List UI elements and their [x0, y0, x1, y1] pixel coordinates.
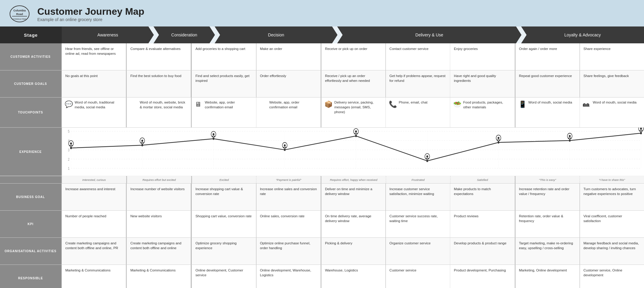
- touch-icon-4: 📦: [324, 100, 333, 109]
- svg-point-59: [640, 132, 642, 134]
- cell-r6-c2: Online development, Customer service: [191, 265, 256, 288]
- cell-r1-c2: Find and select products easily, get ins…: [191, 70, 256, 97]
- svg-point-51: [498, 141, 500, 144]
- cell-r4-c1: New website visitors: [126, 211, 191, 237]
- post-exp-rows: BUSINESS GOALIncrease awareness and inte…: [0, 184, 644, 288]
- cell-r5-c0: Create marketing campaigns and content b…: [62, 238, 126, 265]
- row-cells-5: Create marketing campaigns and content b…: [62, 238, 644, 265]
- cell-r4-c5: Customer service success rate, waiting t…: [386, 211, 450, 237]
- sentiment-row: Interested, curiousRequires effort but e…: [0, 176, 644, 183]
- experience-chart: 12345: [62, 128, 644, 176]
- cell-r6-c8: Customer service, Online development: [580, 265, 644, 288]
- touchpoints-cell-6: 🥗Food products, packages, other material…: [450, 98, 515, 127]
- row-cells-0: Hear from friends, see offline or online…: [62, 43, 644, 70]
- svg-point-31: [141, 144, 143, 146]
- sentiment-label-3: "Payment is painful": [256, 176, 321, 183]
- touchpoints-cell-1: Word of mouth, website, brick & mortar s…: [126, 98, 191, 127]
- sentiment-spacer: [0, 176, 62, 183]
- cell-r5-c6: Develop products & product range: [450, 238, 515, 265]
- cell-r4-c8: Viral coefficent, customer satisfaction: [580, 211, 644, 237]
- row-label-4: KPI: [0, 211, 62, 237]
- stage-header: Stage Awareness Consideration Decision D…: [0, 26, 644, 43]
- page-title: Customer Journey Map: [37, 6, 144, 17]
- cell-r5-c8: Manage feedback and social media, develo…: [580, 238, 644, 265]
- phase-decision: Decision: [215, 26, 337, 43]
- cell-r1-c7: Repeat good customer experience: [515, 70, 580, 97]
- cell-r0-c7: Order again / order more: [515, 43, 580, 70]
- experience-section: EXPERIENCE 12345 Interested, curiousRequ…: [0, 128, 644, 184]
- cell-r3-c3: Increase online sales and conversion rat…: [256, 184, 321, 210]
- sentiment-label-0: Interested, curious: [62, 176, 126, 183]
- cell-r3-c5: Increase customer service satisfaction, …: [386, 184, 450, 210]
- header: Columbia Road CONSULTING Customer Journe…: [0, 0, 644, 26]
- row-3: BUSINESS GOALIncrease awareness and inte…: [0, 184, 644, 211]
- experience-row: EXPERIENCE 12345 Interested, curiousRequ…: [0, 128, 644, 184]
- cell-r4-c6: Product reviews: [450, 211, 515, 237]
- touch-icon-0: 💬: [65, 100, 73, 109]
- touchpoints-cells: 💬Word of mouth, traditional media, socia…: [62, 98, 644, 127]
- cell-r3-c2: Increase shopping cart value & conversio…: [191, 184, 256, 210]
- svg-point-30: [141, 140, 143, 142]
- cell-r0-c5: Contact customer service: [386, 43, 450, 70]
- sentiment-label-4: Requires effort, happy when received: [321, 176, 386, 183]
- row-cells-1: No goals at this pointFind the best solu…: [62, 70, 644, 97]
- stage-label: Stage: [0, 26, 62, 43]
- content-rows: CUSTOMER ACTIVITIESHear from friends, se…: [0, 43, 644, 128]
- touch-icon-8: 🏘: [583, 100, 591, 109]
- svg-point-38: [284, 144, 286, 146]
- svg-point-46: [426, 155, 428, 157]
- svg-point-58: [640, 128, 642, 130]
- cell-r0-c2: Add groceries to a shopping cart: [191, 43, 256, 70]
- cell-r6-c6: Product development, Purchasing: [450, 265, 515, 288]
- cell-r3-c7: Increase retention rate and order value …: [515, 184, 580, 210]
- cell-r6-c7: Marketing, Online development: [515, 265, 580, 288]
- sentiment-label-5: Frustrated: [386, 176, 450, 183]
- stage-phases: Awareness Consideration Decision Deliver…: [62, 26, 644, 43]
- cell-r4-c2: Shopping cart value, conversion rate: [191, 211, 256, 237]
- row-touchpoints: TOUCHPOINTS💬Word of mouth, traditional m…: [0, 98, 644, 128]
- cell-r5-c5: Organize customer service: [386, 238, 450, 265]
- row-6: RESPONSIBLEMarketing & CommunicationsMar…: [0, 265, 644, 288]
- row-label-6: RESPONSIBLE: [0, 265, 62, 288]
- row-cells-6: Marketing & CommunicationsMarketing & Co…: [62, 265, 644, 288]
- row-label-1: CUSTOMER GOALS: [0, 70, 62, 97]
- cell-r6-c5: Customer service: [386, 265, 450, 288]
- row-label-touchpoints: TOUCHPOINTS: [0, 98, 62, 127]
- svg-point-39: [284, 149, 286, 151]
- touch-icon-5: 📞: [389, 100, 397, 109]
- sentiment-label-1: Requires effort but excited: [126, 176, 191, 183]
- page-subtitle: Example of an online grocery store: [37, 17, 144, 22]
- row-4: KPINumber of people reachedNew website v…: [0, 211, 644, 238]
- svg-point-47: [426, 160, 428, 162]
- row-label-3: BUSINESS GOAL: [0, 184, 62, 210]
- cell-r1-c4: Receive / pick up an order effortlessly …: [321, 70, 386, 97]
- experience-label: EXPERIENCE: [0, 128, 62, 176]
- cell-r0-c6: Enjoy groceries: [450, 43, 515, 70]
- cell-r3-c1: Increase number of website visitors: [126, 184, 191, 210]
- svg-text:CONSULTING: CONSULTING: [13, 18, 26, 20]
- phase-awareness: Awareness: [62, 26, 154, 43]
- row-label-5: ORGANISATIONAL ACTIVITIES: [0, 238, 62, 265]
- cell-r4-c7: Retention rate, order value & frequency: [515, 211, 580, 237]
- svg-point-27: [70, 147, 72, 149]
- cell-r1-c0: No goals at this point: [62, 70, 126, 97]
- touchpoints-cell-5: 📞Phone, email, chat: [386, 98, 450, 127]
- svg-text:1: 1: [68, 166, 70, 170]
- cell-r4-c3: Online sales, conversion rate: [256, 211, 321, 237]
- cell-r0-c1: Compare & evaluate alternatives: [126, 43, 191, 70]
- cell-r0-c8: Share experience: [580, 43, 644, 70]
- svg-point-54: [569, 135, 571, 137]
- svg-point-42: [355, 130, 357, 132]
- logo: Columbia Road CONSULTING: [9, 5, 30, 23]
- cell-r1-c1: Find the best solution to buy food: [126, 70, 191, 97]
- experience-inner: EXPERIENCE 12345: [0, 128, 644, 176]
- svg-text:2: 2: [68, 157, 70, 161]
- sentiment-label-7: "This is easy": [515, 176, 580, 183]
- cell-r0-c4: Receive or pick up on order: [321, 43, 386, 70]
- touch-icon-2: 🖥: [195, 100, 203, 109]
- svg-point-34: [212, 133, 214, 135]
- cell-r1-c8: Share feelings, give feedback: [580, 70, 644, 97]
- touchpoints-cell-4: 📦Delivery service, packing, messages (em…: [321, 98, 386, 127]
- cell-r4-c0: Number of people reached: [62, 211, 126, 237]
- cell-r3-c6: Make products to match expectations: [450, 184, 515, 210]
